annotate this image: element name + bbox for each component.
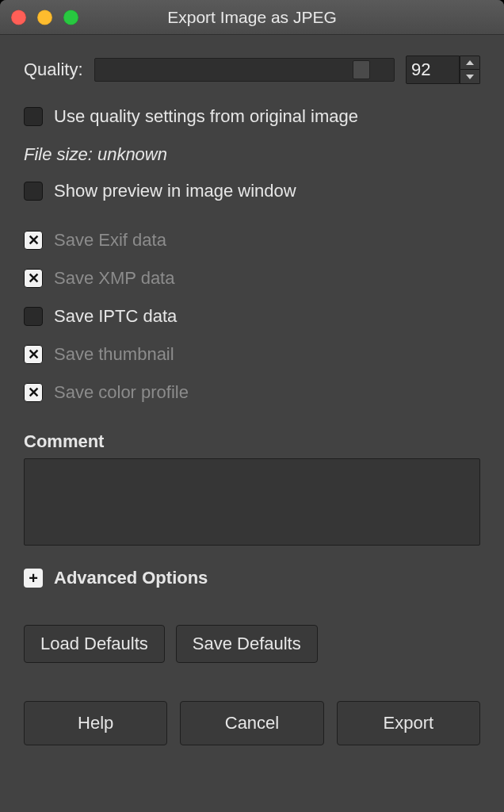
file-size-label: File size: unknown bbox=[24, 144, 480, 165]
save-color-profile-label: Save color profile bbox=[54, 382, 189, 403]
quality-slider-thumb[interactable] bbox=[353, 60, 370, 79]
save-xmp-row: ✕ Save XMP data bbox=[24, 268, 480, 289]
save-thumbnail-row: ✕ Save thumbnail bbox=[24, 344, 480, 365]
quality-step-down[interactable] bbox=[460, 70, 480, 84]
advanced-options-label: Advanced Options bbox=[54, 568, 208, 588]
x-icon: ✕ bbox=[28, 271, 40, 285]
save-exif-row: ✕ Save Exif data bbox=[24, 230, 480, 251]
quality-spinbox bbox=[406, 56, 480, 84]
window-controls bbox=[11, 10, 78, 25]
show-preview-checkbox[interactable]: ✕ bbox=[24, 182, 43, 201]
help-button[interactable]: Help bbox=[24, 701, 167, 745]
show-preview-label: Show preview in image window bbox=[54, 181, 296, 201]
quality-value-input[interactable] bbox=[406, 56, 460, 84]
quality-slider[interactable] bbox=[94, 58, 395, 82]
save-xmp-label: Save XMP data bbox=[54, 268, 174, 289]
save-iptc-label: Save IPTC data bbox=[54, 306, 177, 327]
save-thumbnail-checkbox[interactable]: ✕ bbox=[24, 345, 43, 364]
x-icon: ✕ bbox=[28, 347, 40, 362]
load-defaults-button[interactable]: Load Defaults bbox=[24, 625, 165, 663]
cancel-button[interactable]: Cancel bbox=[180, 701, 323, 745]
titlebar: Export Image as JPEG bbox=[0, 0, 504, 35]
zoom-window-button[interactable] bbox=[63, 10, 78, 25]
save-color-profile-row: ✕ Save color profile bbox=[24, 382, 480, 403]
comment-label: Comment bbox=[24, 431, 480, 452]
use-original-quality-row: ✕ Use quality settings from original ima… bbox=[24, 106, 480, 127]
defaults-row: Load Defaults Save Defaults bbox=[24, 625, 480, 663]
show-preview-row: ✕ Show preview in image window bbox=[24, 181, 480, 201]
close-window-button[interactable] bbox=[11, 10, 26, 25]
minimize-window-button[interactable] bbox=[37, 10, 52, 25]
save-iptc-checkbox[interactable]: ✕ bbox=[24, 307, 43, 326]
save-iptc-row: ✕ Save IPTC data bbox=[24, 306, 480, 327]
action-row: Help Cancel Export bbox=[24, 701, 480, 745]
comment-textarea[interactable] bbox=[24, 458, 480, 546]
quality-label: Quality: bbox=[24, 59, 83, 80]
save-thumbnail-label: Save thumbnail bbox=[54, 344, 174, 365]
x-icon: ✕ bbox=[28, 233, 40, 247]
quality-row: Quality: bbox=[24, 56, 480, 84]
export-button[interactable]: Export bbox=[337, 701, 480, 745]
use-original-quality-label: Use quality settings from original image bbox=[54, 106, 358, 127]
save-color-profile-checkbox[interactable]: ✕ bbox=[24, 383, 43, 402]
save-exif-label: Save Exif data bbox=[54, 230, 166, 251]
advanced-options-row[interactable]: + Advanced Options bbox=[24, 568, 480, 588]
quality-step-up[interactable] bbox=[460, 56, 480, 70]
use-original-quality-checkbox[interactable]: ✕ bbox=[24, 107, 43, 126]
export-jpeg-dialog: Export Image as JPEG Quality: ✕ Use qual… bbox=[0, 0, 504, 812]
expand-icon: + bbox=[24, 569, 43, 588]
save-xmp-checkbox[interactable]: ✕ bbox=[24, 269, 43, 288]
chevron-down-icon bbox=[466, 75, 474, 79]
x-icon: ✕ bbox=[28, 385, 40, 400]
save-defaults-button[interactable]: Save Defaults bbox=[176, 625, 318, 663]
save-exif-checkbox[interactable]: ✕ bbox=[24, 231, 43, 250]
dialog-content: Quality: ✕ Use quality settings from ori… bbox=[0, 35, 504, 812]
chevron-up-icon bbox=[466, 60, 474, 65]
